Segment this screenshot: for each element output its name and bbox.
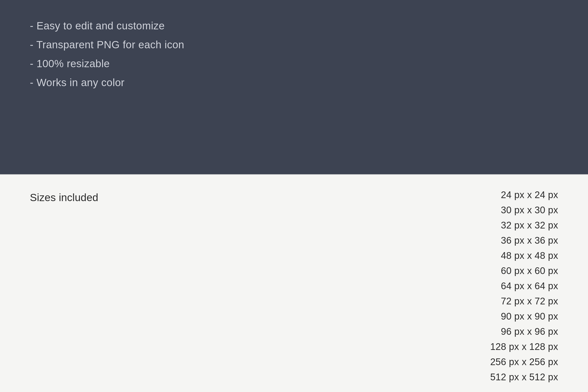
feature-item-2: - 100% resizable: [30, 58, 558, 70]
size-item-10: 128 px x 128 px: [490, 342, 558, 352]
bottom-section: Sizes included 24 px x 24 px30 px x 30 p…: [0, 175, 588, 392]
size-item-1: 30 px x 30 px: [501, 205, 558, 216]
size-item-7: 72 px x 72 px: [501, 296, 558, 307]
feature-item-0: - Easy to edit and customize: [30, 20, 558, 32]
size-item-6: 64 px x 64 px: [501, 281, 558, 292]
size-item-8: 90 px x 90 px: [501, 311, 558, 322]
size-item-2: 32 px x 32 px: [501, 220, 558, 231]
sizes-label: Sizes included: [30, 192, 98, 204]
feature-item-3: - Works in any color: [30, 77, 558, 88]
size-item-0: 24 px x 24 px: [501, 190, 558, 200]
size-item-9: 96 px x 96 px: [501, 326, 558, 337]
size-item-5: 60 px x 60 px: [501, 266, 558, 276]
sizes-list: 24 px x 24 px30 px x 30 px32 px x 32 px3…: [490, 190, 558, 382]
size-item-3: 36 px x 36 px: [501, 235, 558, 246]
size-item-4: 48 px x 48 px: [501, 250, 558, 261]
feature-item-1: - Transparent PNG for each icon: [30, 39, 558, 51]
size-item-12: 512 px x 512 px: [490, 372, 558, 382]
size-item-11: 256 px x 256 px: [490, 357, 558, 367]
feature-list: - Easy to edit and customize- Transparen…: [30, 20, 558, 88]
top-section: - Easy to edit and customize- Transparen…: [0, 0, 588, 174]
